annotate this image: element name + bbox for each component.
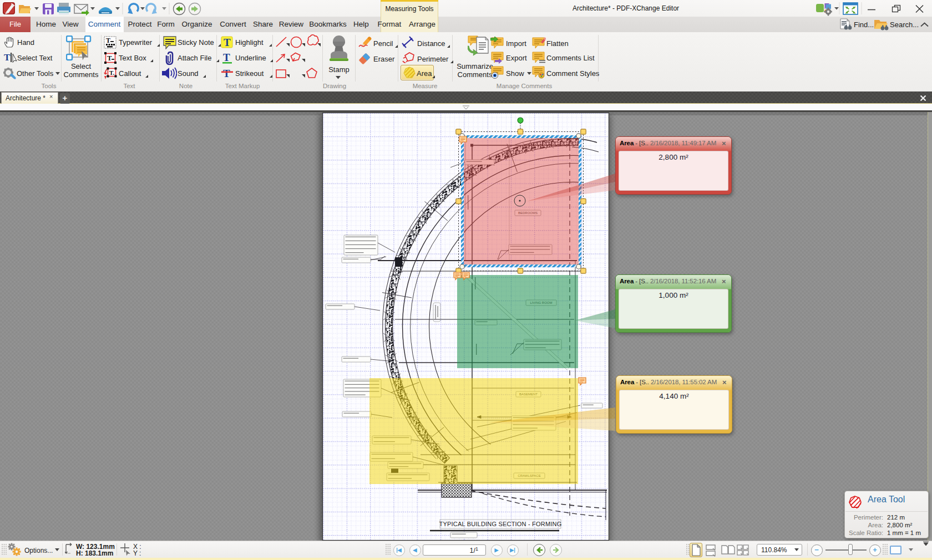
- svg-text:T: T: [106, 37, 110, 44]
- svg-text:T: T: [107, 54, 112, 62]
- svg-text:T: T: [223, 52, 230, 63]
- svg-text:TYPICAL BUILDING SECTION - FOR: TYPICAL BUILDING SECTION - FORMING: [439, 521, 562, 527]
- svg-text:T: T: [224, 37, 231, 48]
- svg-text:T.: T.: [109, 69, 115, 76]
- svg-text:T: T: [4, 52, 11, 63]
- svg-text:T: T: [223, 68, 230, 79]
